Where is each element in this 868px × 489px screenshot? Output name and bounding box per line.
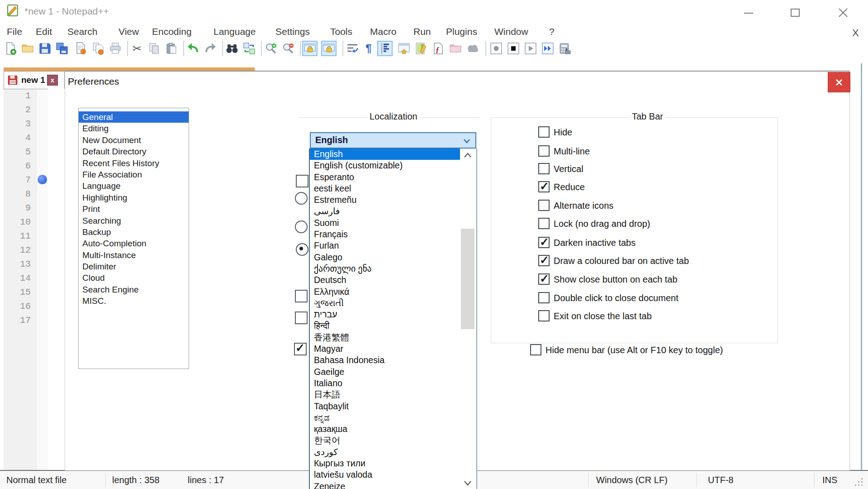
document-monitoring-icon[interactable] bbox=[466, 42, 479, 55]
show-all-characters-icon[interactable]: ¶ bbox=[362, 42, 375, 55]
menu-help[interactable]: ? bbox=[549, 26, 555, 37]
maximize-button[interactable] bbox=[785, 4, 805, 22]
checkbox-label[interactable]: Double click to close document bbox=[554, 292, 678, 304]
checkbox[interactable] bbox=[538, 310, 550, 321]
menu-window[interactable]: Window bbox=[494, 26, 528, 37]
paste-icon[interactable] bbox=[165, 42, 178, 55]
menu-view[interactable]: View bbox=[119, 26, 139, 37]
language-option[interactable]: ಕನ್ನಡ bbox=[310, 412, 460, 423]
replace-icon[interactable] bbox=[242, 42, 256, 55]
checkbox[interactable] bbox=[538, 218, 550, 229]
checkbox[interactable] bbox=[538, 237, 550, 248]
undo-icon[interactable] bbox=[186, 42, 200, 55]
cut-icon[interactable]: ✂ bbox=[130, 42, 144, 55]
category-misc[interactable]: MISC. bbox=[79, 295, 189, 307]
category-cloud[interactable]: Cloud bbox=[79, 272, 189, 283]
menu-search[interactable]: Search bbox=[67, 26, 98, 37]
minimize-button[interactable] bbox=[739, 4, 759, 22]
sync-horizontal-scrolling-icon[interactable] bbox=[322, 42, 336, 55]
checkbox[interactable] bbox=[538, 163, 550, 174]
language-option[interactable]: ქართული ენა bbox=[310, 263, 460, 274]
checkbox-label[interactable]: Darken inactive tabs bbox=[554, 237, 636, 249]
language-option[interactable]: کوردی bbox=[310, 446, 460, 458]
new-file-icon[interactable] bbox=[4, 42, 17, 55]
category-language[interactable]: Language bbox=[79, 180, 189, 192]
language-option[interactable]: Deutsch bbox=[310, 274, 460, 286]
menu-tools[interactable]: Tools bbox=[330, 26, 352, 37]
function-list-icon[interactable]: ƒ bbox=[432, 42, 445, 55]
checkbox-label[interactable]: Vertical bbox=[554, 163, 583, 175]
document-tab-new1[interactable]: new 1 x bbox=[4, 71, 65, 89]
language-option[interactable]: Magyar bbox=[310, 343, 460, 355]
stop-recording-icon[interactable] bbox=[507, 42, 520, 55]
language-option[interactable]: қазақша bbox=[310, 423, 460, 435]
language-option[interactable]: ગુજરાતી bbox=[310, 297, 460, 309]
category-search-engine[interactable]: Search Engine bbox=[79, 284, 189, 295]
copy-icon[interactable] bbox=[147, 42, 161, 55]
resize-grip[interactable] bbox=[852, 477, 864, 487]
language-option[interactable]: English (customizable) bbox=[310, 160, 460, 171]
checkbox-label[interactable]: Reduce bbox=[554, 181, 585, 193]
language-option[interactable]: Estremeñu bbox=[310, 194, 460, 206]
language-option[interactable]: עברית bbox=[310, 309, 460, 320]
window-close-button[interactable] bbox=[833, 4, 853, 22]
language-option[interactable]: eesti keel bbox=[310, 183, 460, 194]
category-default-directory[interactable]: Default Directory bbox=[79, 146, 189, 157]
redo-icon[interactable] bbox=[204, 42, 217, 55]
language-option-english[interactable]: English bbox=[310, 149, 460, 160]
language-option[interactable]: Italiano bbox=[310, 378, 460, 389]
category-editing[interactable]: Editing bbox=[79, 123, 189, 134]
open-file-icon[interactable] bbox=[21, 42, 34, 55]
chevron-down-icon[interactable] bbox=[462, 136, 472, 148]
menu-encoding[interactable]: Encoding bbox=[152, 26, 192, 37]
checkbox-label[interactable]: Multi-line bbox=[554, 145, 590, 157]
checkbox[interactable] bbox=[538, 181, 550, 192]
close-all-files-icon[interactable] bbox=[91, 42, 105, 55]
bookmark-margin[interactable] bbox=[37, 89, 48, 470]
checkbox[interactable] bbox=[538, 126, 550, 138]
checkbox-label[interactable]: Hide menu bar (use Alt or F10 key to tog… bbox=[545, 344, 723, 356]
document-close-x[interactable]: X bbox=[852, 27, 859, 39]
dropdown-scrollbar[interactable] bbox=[460, 149, 475, 489]
checkbox-label[interactable]: Hide bbox=[554, 126, 572, 138]
language-option[interactable]: 日本語 bbox=[310, 389, 460, 400]
sync-vertical-scrolling-icon[interactable] bbox=[303, 42, 317, 55]
localization-combobox[interactable]: English bbox=[310, 132, 476, 149]
checkbox-label[interactable]: Exit on close the last tab bbox=[554, 310, 652, 322]
language-option[interactable]: Gaeilge bbox=[310, 366, 460, 378]
document-map-icon[interactable] bbox=[414, 42, 428, 55]
menu-file[interactable]: File bbox=[7, 26, 22, 37]
category-general[interactable]: General bbox=[79, 111, 189, 123]
record-macro-icon[interactable] bbox=[489, 42, 503, 55]
find-icon[interactable] bbox=[225, 42, 239, 55]
language-option[interactable]: Galego bbox=[310, 252, 460, 263]
language-option[interactable]: Кыргыз тили bbox=[310, 458, 460, 469]
checkbox[interactable] bbox=[530, 344, 541, 355]
category-highlighting[interactable]: Highlighting bbox=[79, 192, 189, 203]
checkbox[interactable] bbox=[538, 145, 550, 157]
language-option[interactable]: 香港繁體 bbox=[310, 332, 460, 343]
scroll-up-icon[interactable] bbox=[460, 149, 475, 161]
menu-language[interactable]: Language bbox=[213, 26, 256, 37]
zoom-in-icon[interactable] bbox=[264, 42, 278, 55]
preferences-close-button[interactable] bbox=[828, 72, 850, 92]
category-print[interactable]: Print bbox=[79, 203, 189, 215]
language-option[interactable]: Zeneize bbox=[310, 481, 460, 489]
checkbox-label[interactable]: Show close button on each tab bbox=[554, 273, 678, 285]
category-new-document[interactable]: New Document bbox=[79, 134, 189, 146]
language-option[interactable]: 한국어 bbox=[310, 435, 460, 446]
word-wrap-icon[interactable] bbox=[346, 42, 359, 55]
scroll-down-icon[interactable] bbox=[460, 477, 475, 489]
menu-plugins[interactable]: Plugins bbox=[446, 26, 477, 37]
zoom-out-icon[interactable] bbox=[281, 42, 295, 55]
folder-as-workspace-icon[interactable] bbox=[449, 42, 462, 55]
user-defined-dialog-icon[interactable] bbox=[397, 42, 411, 55]
language-option[interactable]: हिन्दी bbox=[310, 320, 460, 331]
checkbox-label[interactable]: Alternate icons bbox=[554, 200, 613, 211]
language-option[interactable]: Taqbaylit bbox=[310, 401, 460, 412]
category-auto-completion[interactable]: Auto-Completion bbox=[79, 238, 189, 249]
scrollbar-thumb[interactable] bbox=[461, 229, 474, 329]
category-multi-instance[interactable]: Multi-Instance bbox=[79, 249, 189, 261]
menu-edit[interactable]: Edit bbox=[36, 26, 52, 37]
language-option[interactable]: Bahasa Indonesia bbox=[310, 355, 460, 366]
